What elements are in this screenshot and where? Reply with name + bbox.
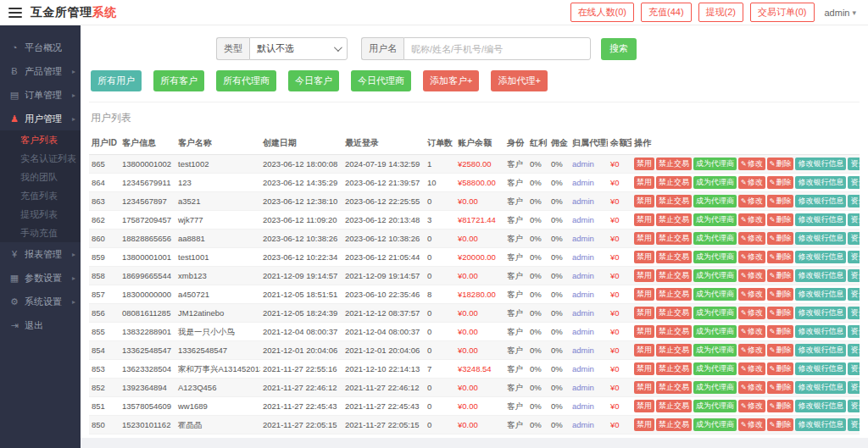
action-button-4[interactable]: ✎删除 [767,344,794,357]
quick-button-1[interactable]: 所有客户 [153,70,204,91]
header-stat-button-1[interactable]: 充值(44) [641,3,692,22]
quick-button-4[interactable]: 今日代理商 [351,70,411,91]
search-button[interactable]: 搜索 [601,38,637,60]
sidebar-subitem[interactable]: 提现列表 [0,205,81,224]
action-button-1[interactable]: 禁止交易 [656,232,692,245]
action-button-0[interactable]: 禁用 [634,158,654,170]
action-button-2[interactable]: 成为代理商 [693,195,737,207]
action-button-6[interactable]: 资金报表 [848,195,860,207]
action-button-2[interactable]: 成为代理商 [693,232,737,245]
action-button-2[interactable]: 成为代理商 [693,344,737,357]
action-button-1[interactable]: 禁止交易 [656,344,692,357]
agent-link[interactable]: admin [572,308,594,318]
action-button-3[interactable]: ✎修改 [738,195,765,207]
action-button-6[interactable]: 资金报表 [848,400,860,412]
sidebar-item-gauge[interactable]: ◔平台概况 [0,36,81,59]
action-button-6[interactable]: 资金报表 [848,251,860,263]
sidebar-subitem[interactable]: 手动充值 [0,224,81,242]
sidebar-subitem[interactable]: 我的团队 [0,168,81,186]
agent-link[interactable]: admin [572,215,594,224]
sidebar-item-yen[interactable]: ¥报表管理▸ [0,242,81,266]
agent-link[interactable]: admin [572,252,594,262]
action-button-0[interactable]: 禁用 [634,232,654,245]
sidebar-subitem[interactable]: 实名认证列表 [0,149,81,168]
action-button-4[interactable]: ✎删除 [767,213,794,226]
action-button-0[interactable]: 禁用 [634,251,654,263]
agent-link[interactable]: admin [572,271,594,280]
action-button-2[interactable]: 成为代理商 [693,381,737,394]
action-button-0[interactable]: 禁用 [634,418,654,431]
action-button-6[interactable]: 资金报表 [848,307,860,319]
action-button-1[interactable]: 禁止交易 [656,381,692,394]
sidebar-item-logout[interactable]: ⇥退出 [0,313,81,337]
action-button-1[interactable]: 禁止交易 [656,176,692,189]
agent-link[interactable]: admin [572,346,594,355]
sidebar-item-orders[interactable]: ▤订单管理▸ [0,83,81,107]
agent-link[interactable]: admin [572,383,594,392]
sidebar-subitem[interactable]: 客户列表 [0,130,81,149]
agent-link[interactable]: admin [572,420,594,429]
action-button-0[interactable]: 禁用 [634,176,654,189]
action-button-4[interactable]: ✎删除 [767,325,794,338]
agent-link[interactable]: admin [572,234,594,243]
action-button-3[interactable]: ✎修改 [738,158,765,170]
action-button-4[interactable]: ✎删除 [767,418,794,431]
hamburger-menu-icon[interactable] [8,8,22,18]
action-button-2[interactable]: 成为代理商 [693,325,737,338]
action-button-1[interactable]: 禁止交易 [656,195,692,207]
action-button-6[interactable]: 资金报表 [848,381,860,394]
action-button-3[interactable]: ✎修改 [738,381,765,394]
action-button-4[interactable]: ✎删除 [767,195,794,207]
action-button-2[interactable]: 成为代理商 [693,213,737,226]
action-button-6[interactable]: 资金报表 [848,418,860,431]
action-button-6[interactable]: 资金报表 [848,288,860,301]
action-button-6[interactable]: 资金报表 [848,325,860,338]
action-button-4[interactable]: ✎删除 [767,269,794,282]
action-button-5[interactable]: 修改银行信息 [795,269,846,282]
action-button-0[interactable]: 禁用 [634,400,654,412]
action-button-2[interactable]: 成为代理商 [693,251,737,263]
action-button-1[interactable]: 禁止交易 [656,400,692,412]
action-button-4[interactable]: ✎删除 [767,362,794,375]
action-button-6[interactable]: 资金报表 [848,158,860,170]
action-button-4[interactable]: ✎删除 [767,176,794,189]
agent-link[interactable]: admin [572,401,594,411]
sidebar-item-user[interactable]: ♟用户管理▸ [0,107,81,130]
quick-button-2[interactable]: 所有代理商 [216,70,276,91]
action-button-0[interactable]: 禁用 [634,344,654,357]
quick-button-3[interactable]: 今日客户 [288,70,339,91]
action-button-0[interactable]: 禁用 [634,195,654,207]
action-button-5[interactable]: 修改银行信息 [795,251,846,263]
action-button-5[interactable]: 修改银行信息 [795,158,846,170]
action-button-5[interactable]: 修改银行信息 [795,400,846,412]
agent-link[interactable]: admin [572,364,594,373]
action-button-5[interactable]: 修改银行信息 [795,344,846,357]
username-input[interactable] [403,37,591,60]
action-button-3[interactable]: ✎修改 [738,418,765,431]
action-button-1[interactable]: 禁止交易 [656,158,692,170]
action-button-4[interactable]: ✎删除 [767,381,794,394]
action-button-0[interactable]: 禁用 [634,362,654,375]
quick-button-6[interactable]: 添加代理+ [491,70,547,91]
action-button-4[interactable]: ✎删除 [767,251,794,263]
header-stat-button-0[interactable]: 在线人数(0) [570,3,634,22]
action-button-5[interactable]: 修改银行信息 [795,381,846,394]
header-stat-button-2[interactable]: 提现(2) [698,3,743,22]
action-button-5[interactable]: 修改银行信息 [795,288,846,301]
agent-link[interactable]: admin [572,178,594,187]
agent-link[interactable]: admin [572,327,594,336]
action-button-2[interactable]: 成为代理商 [693,176,737,189]
action-button-2[interactable]: 成为代理商 [693,269,737,282]
action-button-1[interactable]: 禁止交易 [656,213,692,226]
action-button-5[interactable]: 修改银行信息 [795,195,846,207]
action-button-5[interactable]: 修改银行信息 [795,418,846,431]
action-button-4[interactable]: ✎删除 [767,400,794,412]
action-button-3[interactable]: ✎修改 [738,325,765,338]
action-button-2[interactable]: 成为代理商 [693,288,737,301]
admin-user-menu[interactable]: admin▾ [821,8,860,18]
header-stat-button-3[interactable]: 交易订单(0) [750,3,814,22]
action-button-0[interactable]: 禁用 [634,381,654,394]
action-button-4[interactable]: ✎删除 [767,307,794,319]
action-button-2[interactable]: 成为代理商 [693,307,737,319]
action-button-2[interactable]: 成为代理商 [693,158,737,170]
